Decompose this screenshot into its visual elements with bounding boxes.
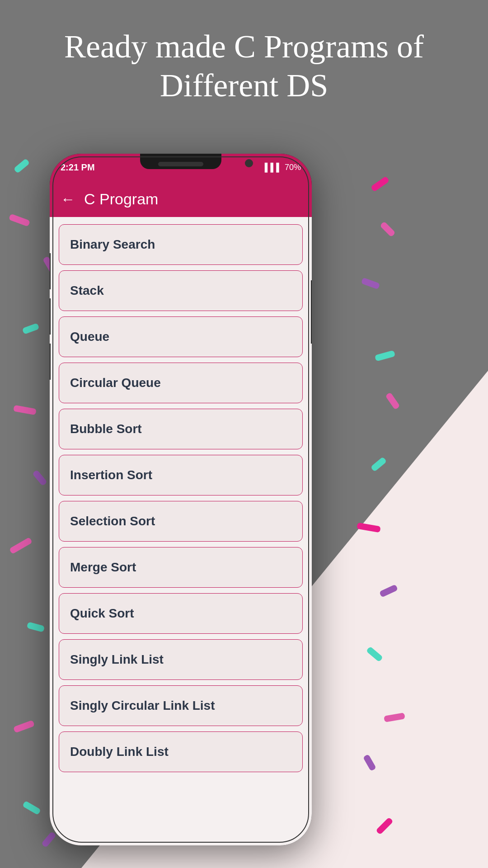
list-item-label-2: Stack — [70, 283, 104, 297]
camera — [245, 159, 253, 167]
list-item-label-6: Insertion Sort — [70, 468, 152, 482]
list-item-8[interactable]: Merge Sort — [59, 547, 303, 588]
list-item-label-10: Singly Link List — [70, 652, 164, 666]
header-line1: Ready made C Programs of — [64, 28, 424, 65]
list-item-7[interactable]: Selection Sort — [59, 501, 303, 542]
status-right: ▌▌▌ 70% — [265, 163, 301, 172]
list-item-4[interactable]: Circular Queue — [59, 363, 303, 403]
list-item-5[interactable]: Bubble Sort — [59, 409, 303, 449]
battery-indicator: 70% — [285, 163, 301, 172]
power-button[interactable] — [311, 280, 312, 344]
phone-screen[interactable]: Binary SearchStackQueueCircular QueueBub… — [50, 217, 312, 845]
list-container: Binary SearchStackQueueCircular QueueBub… — [59, 224, 303, 772]
list-item-3[interactable]: Queue — [59, 316, 303, 357]
header-line2: Different DS — [160, 67, 328, 104]
phone: 2:21 PM ▌▌▌ 70% ← C Program Binary Searc… — [50, 154, 312, 845]
list-item-1[interactable]: Binary Search — [59, 224, 303, 265]
list-item-2[interactable]: Stack — [59, 270, 303, 311]
list-item-label-5: Bubble Sort — [70, 422, 142, 436]
list-item-label-4: Circular Queue — [70, 376, 161, 390]
list-item-label-8: Merge Sort — [70, 560, 136, 574]
phone-notch — [140, 154, 221, 169]
list-item-label-1: Binary Search — [70, 237, 155, 251]
status-time: 2:21 PM — [61, 162, 95, 173]
list-item-6[interactable]: Insertion Sort — [59, 455, 303, 495]
speaker — [158, 162, 203, 166]
silent-button[interactable] — [50, 344, 51, 380]
volume-up-button[interactable] — [50, 253, 51, 289]
list-item-11[interactable]: Singly Circular Link List — [59, 685, 303, 726]
list-item-label-9: Quick Sort — [70, 606, 134, 620]
list-item-label-12: Doubly Link List — [70, 745, 169, 759]
back-button[interactable]: ← — [61, 191, 75, 208]
header-text: Ready made C Programs of Different DS — [23, 27, 465, 105]
list-item-label-3: Queue — [70, 330, 109, 344]
volume-down-button[interactable] — [50, 298, 51, 335]
signal-icon: ▌▌▌ — [265, 163, 282, 172]
app-bar-title: C Program — [84, 190, 158, 208]
list-item-label-7: Selection Sort — [70, 514, 155, 528]
list-item-label-11: Singly Circular Link List — [70, 698, 215, 712]
list-item-12[interactable]: Doubly Link List — [59, 731, 303, 772]
list-item-9[interactable]: Quick Sort — [59, 593, 303, 634]
app-bar: ← C Program — [50, 181, 312, 217]
list-item-10[interactable]: Singly Link List — [59, 639, 303, 680]
